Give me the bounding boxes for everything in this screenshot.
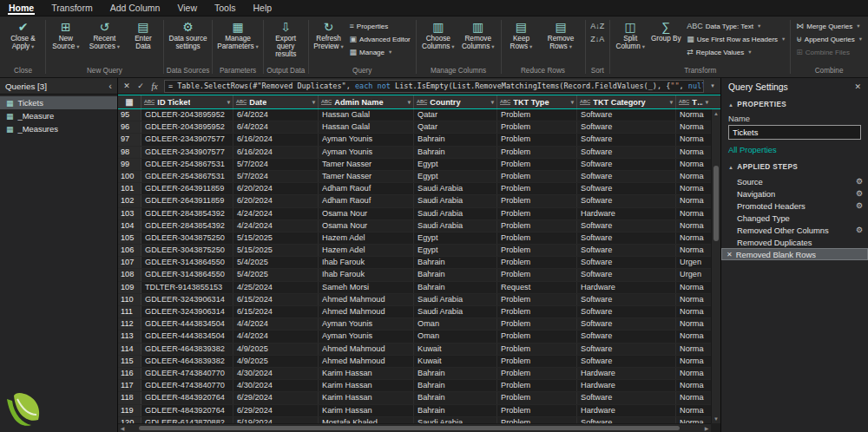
- table-cell[interactable]: Ayman Younis: [319, 331, 414, 342]
- table-cell[interactable]: Problem: [497, 356, 577, 367]
- row-number-cell[interactable]: 96: [118, 121, 141, 133]
- table-cell[interactable]: Request: [497, 282, 577, 293]
- row-number-cell[interactable]: 100: [118, 171, 141, 182]
- enter-data-button[interactable]: ▤Enter Data: [126, 18, 161, 65]
- table-cell[interactable]: GDLEER-3043875250: [141, 245, 233, 256]
- table-cell[interactable]: GDLEER-4643839382: [141, 344, 233, 355]
- properties-button[interactable]: ≡Properties: [347, 20, 413, 32]
- column-header-tkt-category[interactable]: ABCTKT Category▾: [577, 95, 676, 108]
- table-cell[interactable]: GDLEER-4643839382: [141, 356, 233, 367]
- menu-tab-help[interactable]: Help: [245, 0, 281, 16]
- table-cell[interactable]: Bahrain: [414, 147, 497, 158]
- row-number-cell[interactable]: 97: [118, 134, 141, 145]
- table-cell[interactable]: 6/4/2024: [233, 121, 319, 133]
- table-cell[interactable]: Problem: [497, 318, 577, 330]
- row-number-cell[interactable]: 117: [118, 380, 141, 391]
- manage-button[interactable]: ▦Manage▾: [347, 46, 413, 58]
- menu-tab-home[interactable]: Home: [0, 0, 43, 16]
- row-number-cell[interactable]: 99: [118, 159, 141, 170]
- table-cell[interactable]: 6/4/2024: [233, 109, 319, 121]
- applied-steps-section-header[interactable]: ▲ APPLIED STEPS: [721, 158, 868, 173]
- table-cell[interactable]: Norma: [676, 134, 711, 145]
- menu-tab-tools[interactable]: Tools: [206, 0, 245, 16]
- append-queries-button[interactable]: ⊎Append Queries▾: [793, 33, 865, 45]
- table-cell[interactable]: GDLEER-3243906314: [141, 294, 233, 305]
- row-number-cell[interactable]: 116: [118, 368, 141, 379]
- table-cell[interactable]: Egypt: [414, 245, 497, 256]
- table-cell[interactable]: Problem: [497, 257, 577, 268]
- table-cell[interactable]: Hazem Adel: [319, 232, 414, 244]
- query-item-tickets[interactable]: ▦Tickets: [0, 96, 117, 109]
- table-cell[interactable]: Software: [577, 171, 676, 182]
- table-cell[interactable]: Norma: [676, 195, 711, 206]
- table-cell[interactable]: Qatar: [414, 121, 497, 133]
- scroll-down-icon[interactable]: ▼: [712, 415, 720, 423]
- row-number-cell[interactable]: 113: [118, 331, 141, 342]
- choose-columns-button[interactable]: ▥Choose Columns▾: [419, 18, 457, 65]
- table-cell[interactable]: Saudi Arabia: [414, 220, 497, 232]
- table-cell[interactable]: Software: [577, 331, 676, 342]
- table-cell[interactable]: Bahrain: [414, 257, 497, 268]
- close-query-settings-icon[interactable]: ✕: [854, 82, 861, 91]
- table-cell[interactable]: Problem: [497, 269, 577, 280]
- table-cell[interactable]: 4/24/2024: [233, 220, 319, 232]
- table-cell[interactable]: Problem: [497, 171, 577, 182]
- table-cell[interactable]: Urgen: [676, 257, 711, 268]
- column-header-admin-name[interactable]: ABCAdmin Name▾: [319, 95, 414, 108]
- table-cell[interactable]: Bahrain: [414, 380, 497, 391]
- table-cell[interactable]: 6/20/2024: [233, 195, 319, 206]
- applied-step-promoted-headers[interactable]: Promoted Headers⚙: [721, 200, 868, 212]
- table-cell[interactable]: Karim Hassan: [319, 405, 414, 416]
- table-cell[interactable]: Tamer Nasser: [319, 159, 414, 170]
- column-header-country[interactable]: ABCCountry▾: [414, 95, 497, 108]
- table-cell[interactable]: Ahmed Mahmoud: [319, 306, 414, 317]
- table-cell[interactable]: 6/29/2024: [233, 405, 319, 416]
- group-by-button[interactable]: ∑Group By: [648, 18, 683, 65]
- row-number-cell[interactable]: 111: [118, 306, 141, 317]
- table-cell[interactable]: Problem: [497, 245, 577, 256]
- table-cell[interactable]: Oman: [414, 331, 497, 342]
- table-cell[interactable]: GDLEER-2043895952: [141, 109, 233, 121]
- table-cell[interactable]: 4/9/2025: [233, 356, 319, 367]
- table-cell[interactable]: Software: [577, 220, 676, 232]
- table-cell[interactable]: Tamer Nasser: [319, 171, 414, 182]
- column-header-tkt-type[interactable]: ABCTKT Type▾: [497, 95, 577, 108]
- table-cell[interactable]: Software: [577, 245, 676, 256]
- row-number-cell[interactable]: 114: [118, 344, 141, 355]
- table-cell[interactable]: Hardware: [577, 282, 676, 293]
- table-cell[interactable]: Software: [577, 392, 676, 403]
- table-cell[interactable]: Ayman Younis: [319, 147, 414, 158]
- commit-formula-icon[interactable]: ✓: [134, 82, 148, 90]
- fx-icon[interactable]: fx: [148, 82, 161, 91]
- row-number-cell[interactable]: 105: [118, 232, 141, 244]
- table-cell[interactable]: Hardware: [577, 368, 676, 379]
- all-properties-link[interactable]: All Properties: [721, 140, 868, 158]
- table-cell[interactable]: Norma: [676, 405, 711, 416]
- table-cell[interactable]: GDLEER-4443834504: [141, 331, 233, 342]
- collapse-queries-pane-icon[interactable]: ‹: [108, 81, 112, 91]
- table-cell[interactable]: Karim Hassan: [319, 368, 414, 379]
- close-apply-button[interactable]: ✔Close & Apply▾: [3, 18, 43, 65]
- table-cell[interactable]: Software: [577, 344, 676, 355]
- table-cell[interactable]: Ihab Farouk: [319, 257, 414, 268]
- table-cell[interactable]: Norma: [676, 109, 711, 121]
- data-type-text-button[interactable]: ABCData Type: Text▾: [684, 20, 787, 32]
- table-cell[interactable]: 6/29/2024: [233, 392, 319, 403]
- table-cell[interactable]: GDLEER-3143864550: [141, 269, 233, 280]
- table-cell[interactable]: 5/4/2025: [233, 257, 319, 268]
- table-cell[interactable]: Hardware: [577, 405, 676, 416]
- table-cell[interactable]: Hassan Galal: [319, 121, 414, 133]
- table-cell[interactable]: Problem: [497, 159, 577, 170]
- table-cell[interactable]: Karim Hassan: [319, 380, 414, 391]
- table-cell[interactable]: Software: [577, 183, 676, 194]
- table-cell[interactable]: Saudi Arabia: [414, 183, 497, 194]
- table-cell[interactable]: 5/7/2024: [233, 171, 319, 182]
- table-cell[interactable]: Hardware: [577, 380, 676, 391]
- table-cell[interactable]: Problem: [497, 208, 577, 219]
- table-cell[interactable]: Software: [577, 269, 676, 280]
- table-cell[interactable]: 6/20/2024: [233, 183, 319, 194]
- table-cell[interactable]: 4/25/2024: [233, 282, 319, 293]
- table-cell[interactable]: Adham Raouf: [319, 183, 414, 194]
- table-cell[interactable]: 4/9/2025: [233, 344, 319, 355]
- table-cell[interactable]: Software: [577, 306, 676, 317]
